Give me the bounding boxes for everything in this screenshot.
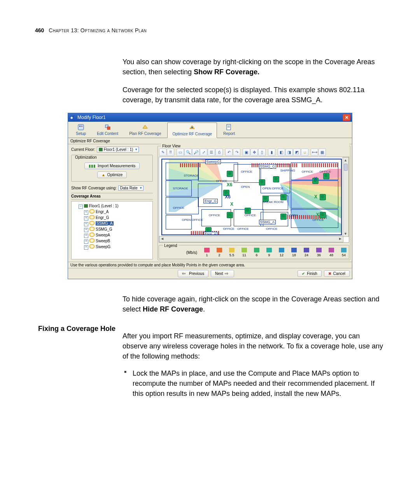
previous-button[interactable]: ⇦Previous xyxy=(178,270,208,277)
next-button[interactable]: Next⇨ xyxy=(211,270,234,277)
tree-item[interactable]: +Engr_A xyxy=(84,209,151,215)
page-number: 460 xyxy=(35,27,44,33)
current-floor-dropdown[interactable]: Floor1 (Level : 1) xyxy=(97,147,139,152)
optimize-rf-icon xyxy=(189,124,196,131)
move-icon[interactable]: ✥ xyxy=(250,149,258,156)
legend-item: 36 xyxy=(316,248,322,257)
check-icon: ✔ xyxy=(302,271,305,276)
expand-icon[interactable]: + xyxy=(84,245,88,250)
tab-report[interactable]: Report xyxy=(219,122,240,137)
expand-icon[interactable]: − xyxy=(79,205,83,209)
report-icon xyxy=(226,124,233,131)
legend-swatch xyxy=(329,248,334,252)
cancel-button[interactable]: ✖Cancel xyxy=(324,270,350,277)
legend-swatch xyxy=(291,248,297,252)
tree-item[interactable]: +SweepA xyxy=(84,232,151,238)
vertical-scrollbar[interactable] xyxy=(343,157,349,237)
legend-item: 12 xyxy=(279,248,284,257)
select-icon[interactable]: ▣ xyxy=(243,149,250,156)
plan-rf-icon xyxy=(142,124,149,131)
zoom-in-icon[interactable]: 🔍 xyxy=(184,149,192,156)
show-coverage-dropdown[interactable]: Data Rate xyxy=(118,186,144,191)
tree-item[interactable]: +SSMG_A xyxy=(84,220,151,226)
edit-icon xyxy=(104,124,111,131)
legend-units: (Mb/s) xyxy=(186,250,197,255)
signal-icon[interactable]: ▮ xyxy=(268,149,275,156)
optimize-button[interactable]: ▲Optimize xyxy=(97,172,127,178)
ap-lock-icon[interactable]: ◨ xyxy=(285,149,293,156)
tag-engr-g: Engr_G xyxy=(203,199,218,203)
svg-rect-6 xyxy=(107,127,110,130)
legend-items: 125.51169121824364854 xyxy=(204,248,346,257)
expand-icon[interactable]: + xyxy=(84,216,88,220)
tree-item[interactable]: +Engr_G xyxy=(84,215,151,220)
current-floor-label: Current Floor: xyxy=(71,147,95,152)
layers-icon[interactable]: ☰ xyxy=(208,149,215,156)
floor-view-label: Floor View xyxy=(161,144,349,148)
tab-plan-rf[interactable]: Plan RF Coverage xyxy=(124,122,166,137)
finish-button[interactable]: ✔Finish xyxy=(298,270,322,277)
zoom-out-icon[interactable]: 🔎 xyxy=(192,149,200,156)
redo-icon[interactable]: ↷ xyxy=(233,149,240,156)
expand-icon[interactable]: + xyxy=(84,222,88,226)
floor-plan: X6 X6 X X XX X X SweepG SSMG_G Engr_G SS… xyxy=(161,159,342,235)
expand-icon[interactable]: + xyxy=(84,228,88,232)
pointer-tool-icon[interactable]: ✎ xyxy=(159,149,166,156)
svg-point-7 xyxy=(191,127,193,128)
tag-engr-a: Engr_A xyxy=(203,232,217,236)
optimize-sm-icon: ▲ xyxy=(102,173,105,177)
expand-icon[interactable]: + xyxy=(84,240,88,244)
intro-para-2: Coverage for the selected scope(s) is di… xyxy=(122,85,385,105)
tree-item[interactable]: +SweepB xyxy=(84,238,151,244)
coverage-area-tree[interactable]: −Floor1 (Level : 1) +Engr_A+Engr_G+SSMG_… xyxy=(73,203,151,250)
tab-setup[interactable]: Setup xyxy=(71,122,91,137)
legend-item: 54 xyxy=(341,248,346,257)
floor-icon xyxy=(84,204,88,208)
tag-ssmg-g: SSMG_G xyxy=(259,164,276,169)
close-icon: ✕ xyxy=(345,116,348,120)
tab-optimize-rf[interactable]: Optimize RF Coverage xyxy=(167,122,217,138)
tab-edit-content[interactable]: Edit Content xyxy=(92,122,123,137)
grid-icon[interactable]: ⠿ xyxy=(167,149,174,156)
svg-line-1 xyxy=(73,116,74,117)
fit-icon[interactable]: ▭ xyxy=(177,149,184,156)
optimization-group-label: Optimization xyxy=(74,155,98,159)
tree-item[interactable]: +SweepG xyxy=(84,244,151,250)
zoom-reset-icon[interactable]: ⤢ xyxy=(200,149,207,156)
arrow-right-icon: ⇨ xyxy=(225,271,228,276)
undo-icon[interactable]: ↶ xyxy=(225,149,233,156)
hide-para: To hide coverage again, right-click on t… xyxy=(122,294,385,314)
arrow-left-icon: ⇦ xyxy=(182,271,186,276)
svg-rect-2 xyxy=(78,124,84,130)
legend-item: 48 xyxy=(329,248,334,257)
toggle-icon[interactable]: ▯ xyxy=(258,149,266,156)
floor-icon xyxy=(99,148,103,151)
legend-swatch xyxy=(316,248,322,252)
print-icon[interactable]: ⎙ xyxy=(215,149,223,156)
fix-para: After you import RF measurements, optimi… xyxy=(122,331,385,361)
status-bar: Use the various operations provided to c… xyxy=(68,262,352,268)
horizontal-scrollbar[interactable] xyxy=(159,236,343,242)
title-bar[interactable]: Modify Floor1 ✕ xyxy=(68,113,352,122)
expand-icon[interactable]: + xyxy=(84,210,88,215)
area-icon xyxy=(89,244,94,248)
legend-swatch xyxy=(279,248,284,252)
expand-icon[interactable]: + xyxy=(84,234,88,238)
legend-swatch xyxy=(304,248,309,252)
area-icon xyxy=(89,227,94,231)
measure-icon[interactable]: ⟷ xyxy=(311,149,318,156)
tree-item[interactable]: +SSMG_G xyxy=(84,226,151,232)
legend-title: Legend xyxy=(163,243,178,248)
legend-item: 1 xyxy=(204,248,210,257)
window-close-button[interactable]: ✕ xyxy=(343,114,350,121)
legend-swatch xyxy=(242,248,247,252)
floor-plan-canvas[interactable]: X6 X6 X X XX X X SweepG SSMG_G Engr_G SS… xyxy=(159,157,349,243)
ap-del-icon[interactable]: ◩ xyxy=(293,149,301,156)
person-icon[interactable]: ☺ xyxy=(301,149,308,156)
tag-sweepg: SweepG xyxy=(205,159,221,164)
ap-add-icon[interactable]: ◧ xyxy=(278,149,285,156)
import-measurements-button[interactable]: ▮▮▮Import Measurements xyxy=(84,163,140,169)
legend-item: 6 xyxy=(254,248,259,257)
grid-snap-icon[interactable]: ▦ xyxy=(318,149,326,156)
sweep-track xyxy=(180,163,201,167)
